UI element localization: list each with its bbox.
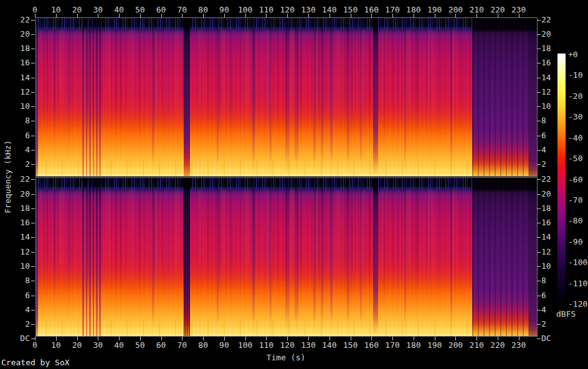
freq-tick-label-left: 20 [0, 190, 30, 199]
freq-tick-mark-left [31, 339, 35, 339]
freq-tick-mark-left [31, 194, 35, 195]
freq-tick-label-right: 14 [541, 233, 551, 241]
time-tick-mark-bottom [498, 337, 498, 340]
freq-tick-mark-left [31, 92, 35, 93]
freq-tick-label-right: 6 [541, 131, 546, 140]
stripe-gap [99, 178, 101, 336]
time-tick-mark-top [414, 14, 414, 17]
freq-tick-label-right: 16 [541, 58, 551, 67]
silence-dip [360, 178, 362, 336]
freq-tick-mark-right [537, 136, 541, 136]
freq-tick-label-right: 10 [541, 262, 551, 271]
time-tick-mark-bottom [161, 337, 162, 340]
colorbar-tick-label: -80 [568, 217, 582, 225]
stripe-gap [82, 18, 84, 176]
freq-tick-mark-left [31, 179, 35, 180]
freq-tick-mark-left [31, 78, 35, 78]
time-tick-mark-bottom [371, 337, 372, 340]
colorbar-tick-label: -10 [568, 71, 582, 80]
freq-tick-mark-left [31, 106, 35, 107]
silence-gap [373, 178, 379, 336]
freq-tick-mark-right [537, 223, 541, 223]
silence-gap [373, 18, 379, 176]
freq-tick-mark-right [537, 281, 541, 281]
colorbar-tick-label: -20 [568, 92, 582, 101]
time-tick-mark-bottom [287, 337, 288, 340]
freq-tick-label-right: 14 [541, 73, 551, 82]
colorbar-tick-label: -40 [568, 134, 582, 142]
time-tick-mark-top [351, 14, 351, 17]
silence-dip [360, 18, 362, 176]
freq-tick-mark-left [31, 252, 35, 253]
colorbar-tick-label: +0 [568, 50, 578, 59]
silence-dip [321, 18, 323, 176]
silence-dip [404, 178, 406, 336]
silence-dip [330, 18, 332, 176]
x-axis-title: Time (s) [249, 353, 323, 362]
freq-tick-mark-left [31, 281, 35, 281]
freq-tick-label-left: 18 [0, 204, 30, 213]
time-tick-mark-top [455, 14, 456, 17]
time-tick-mark-top [77, 14, 78, 17]
freq-tick-label-right: 18 [541, 44, 551, 53]
freq-tick-mark-left [31, 296, 35, 296]
silence-dip [295, 178, 298, 336]
time-tick-mark-bottom [414, 337, 414, 340]
silence-gap [184, 178, 190, 336]
freq-tick-mark-left [31, 63, 35, 63]
freq-tick-label-right: 18 [541, 204, 551, 213]
spectrogram-panel-channel-2 [36, 177, 538, 337]
spectrogram-panel-channel-1 [36, 17, 538, 177]
freq-tick-label-right: 20 [541, 30, 551, 39]
stripe-gap [86, 178, 88, 336]
freq-tick-mark-right [537, 164, 541, 165]
time-tick-mark-bottom [224, 337, 225, 340]
time-tick-mark-bottom [330, 337, 330, 340]
time-tick-mark-top [266, 14, 267, 17]
freq-dc-label-left: DC [0, 334, 30, 343]
freq-tick-label-right: 22 [541, 175, 551, 184]
freq-tick-label-right: 20 [541, 190, 551, 199]
freq-dc-label-right: DC [541, 334, 551, 343]
freq-tick-label-right: 4 [541, 146, 546, 154]
stripe-gap [89, 178, 91, 336]
freq-tick-mark-left [31, 266, 35, 267]
outro-edge-region [529, 178, 537, 336]
freq-tick-mark-right [537, 63, 541, 63]
freq-tick-label-right: 10 [541, 102, 551, 111]
time-tick-mark-top [56, 14, 57, 17]
freq-tick-mark-right [537, 78, 541, 78]
stripe-gap [89, 18, 91, 176]
silence-dip [347, 178, 349, 336]
colorbar-tick-label: -50 [568, 154, 582, 163]
time-tick-mark-top [477, 14, 477, 17]
time-tick-mark-bottom [98, 337, 98, 340]
intro-edge [36, 178, 38, 336]
freq-tick-mark-right [537, 237, 541, 238]
freq-tick-label-left: 12 [0, 88, 30, 96]
time-tick-mark-bottom [35, 337, 36, 340]
freq-tick-label-left: 8 [0, 276, 30, 285]
freq-tick-mark-left [31, 34, 35, 35]
freq-tick-label-left: 14 [0, 233, 30, 241]
time-tick-mark-top [392, 14, 393, 17]
quiet-outro-region [472, 178, 529, 336]
freq-tick-label-right: 2 [541, 320, 546, 329]
silence-dip [285, 18, 290, 176]
time-tick-mark-bottom [77, 337, 78, 340]
time-tick-mark-top [330, 14, 330, 17]
freq-tick-label-left: 22 [0, 175, 30, 184]
freq-tick-label-right: 6 [541, 291, 546, 300]
silence-dip [270, 178, 272, 336]
freq-tick-label-right: 22 [541, 16, 551, 24]
freq-tick-label-left: 4 [0, 306, 30, 314]
freq-tick-label-right: 8 [541, 276, 546, 285]
freq-tick-label-left: 14 [0, 73, 30, 82]
stripe-gap [82, 178, 84, 336]
freq-tick-label-left: 6 [0, 291, 30, 300]
silence-dip [313, 178, 315, 336]
freq-tick-mark-left [31, 324, 35, 325]
silence-dip [321, 178, 323, 336]
freq-tick-mark-left [31, 208, 35, 209]
time-tick-mark-bottom [392, 337, 393, 340]
